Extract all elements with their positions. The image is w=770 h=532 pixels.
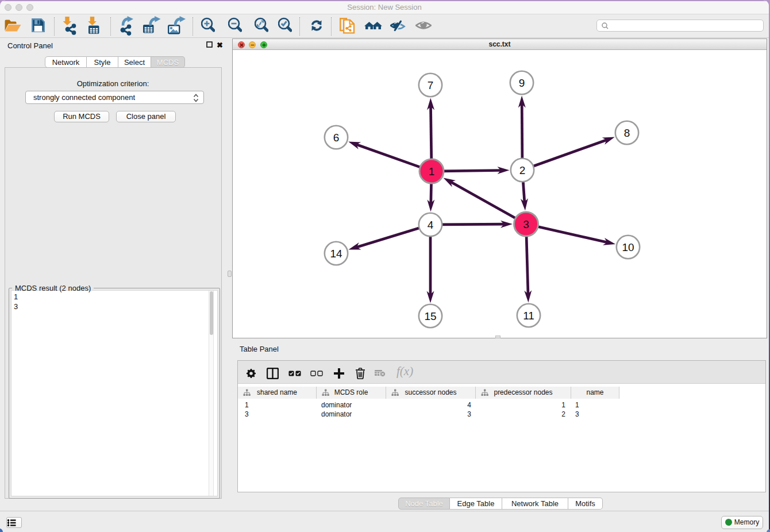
svg-text:11: 11 — [523, 310, 534, 322]
svg-text:4: 4 — [428, 219, 434, 231]
svg-text:3: 3 — [523, 218, 529, 230]
svg-text:14: 14 — [330, 248, 342, 260]
svg-text:9: 9 — [519, 77, 525, 89]
svg-text:10: 10 — [622, 241, 634, 253]
svg-text:1: 1 — [429, 165, 435, 178]
svg-text:f(x): f(x) — [396, 365, 413, 378]
svg-text:7: 7 — [428, 79, 434, 91]
svg-text:15: 15 — [424, 310, 436, 322]
svg-text:8: 8 — [624, 127, 630, 139]
svg-text:2: 2 — [519, 164, 526, 176]
svg-text:6: 6 — [333, 132, 340, 144]
